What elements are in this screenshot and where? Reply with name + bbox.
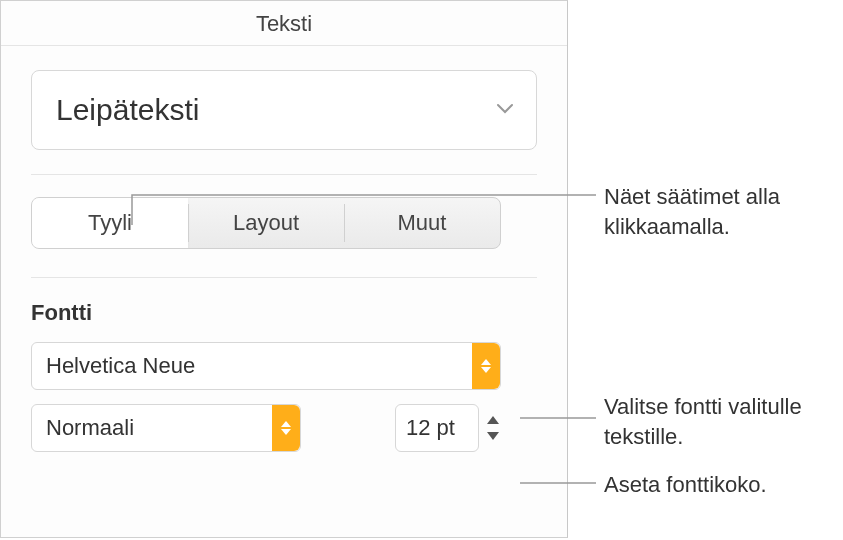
callout-tabs: Näet säätimet alla klikkaamalla. [604, 182, 843, 241]
callout-font-size: Aseta fonttikoko. [604, 470, 767, 500]
callout-font-family: Valitse fontti valitulle tekstille. [604, 392, 843, 451]
